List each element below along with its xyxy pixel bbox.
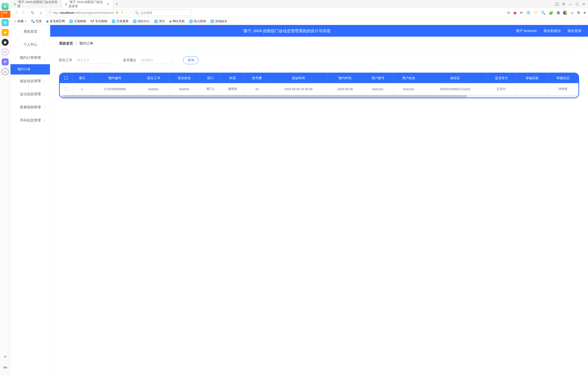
vue-icon: V — [65, 2, 67, 6]
menu-order-sub[interactable]: 预约订单 — [10, 64, 50, 75]
menu-icon[interactable]: ≡ — [584, 11, 586, 15]
forward-button[interactable]: 〉 — [21, 10, 27, 16]
menu-drug-mgmt[interactable]: 开药信息管理 — [10, 114, 50, 127]
sun-icon[interactable]: ☼ — [570, 11, 574, 15]
url-bar[interactable]: 🛡 http://localhost:8080/springbootf1ls0/… — [46, 10, 130, 16]
bookmarks-bar: ★收藏▾ 🐾百度 ◉老毛桃官网 🌐天猫购物 🐶京东购物 🌐百度搜索 🌐轻松办公 … — [10, 18, 588, 25]
ai-icon[interactable]: Ai — [2, 49, 9, 55]
back-button[interactable]: 〈 — [13, 10, 18, 16]
mail-icon[interactable]: ✉ — [507, 11, 510, 15]
td-orderno: 1725784506890 — [92, 83, 138, 95]
pass-select[interactable]: 是否通过 ⌄ — [140, 56, 175, 64]
th-dept: 部门 — [200, 73, 221, 83]
bookmark-game[interactable]: 🌐游戏娱乐 — [210, 19, 227, 23]
menu-case-mgmt[interactable]: 患者病例管理 — [10, 101, 50, 114]
tab-active[interactable]: V "基于 JAVA 的医院门诊信息管理 ✕ — [62, 0, 113, 8]
browser-tabs: V "基于 JAVA 的医院门诊信息管理 V "基于 JAVA 的医院门诊信息管… — [10, 0, 588, 8]
bookmark-nav[interactable]: ◆网址导航 — [169, 19, 185, 23]
favorites-icon[interactable]: ★ — [2, 29, 9, 36]
lightning-icon[interactable]: ⚡ — [120, 11, 124, 15]
breadcrumb-sep-icon: ≡ — [75, 42, 77, 45]
orders-table: 索引 预约编号 医生工号 医生姓名 部门 科室 挂号费 就诊时间 预约时间 用户… — [60, 73, 578, 95]
close-window-icon[interactable]: ✕ — [582, 2, 585, 6]
exit-front-link[interactable]: 退出到前台 — [543, 29, 561, 33]
bookmark-baidusearch[interactable]: 🌐百度搜索 — [112, 19, 129, 23]
reload-button[interactable]: ↻ — [30, 10, 35, 16]
scrollbar-thumb[interactable] — [63, 95, 467, 97]
window-count-badge[interactable]: 2 — [555, 3, 559, 6]
logout-link[interactable]: 退出登录 — [567, 29, 581, 33]
browser-nav-bar: 〈 〉 ↻ ⌂ 🛡 http://localhost:8080/springbo… — [10, 8, 588, 18]
table-row: 1 1725784506890 testDoc testDoc 部门1 肠胃科 … — [60, 83, 578, 95]
globe-icon: 🌐 — [189, 19, 193, 23]
chat-icon[interactable]: ☻ — [2, 39, 9, 46]
translate-icon[interactable]: 译 — [526, 10, 531, 15]
th-reservetime: 预约时间 — [327, 73, 363, 83]
grid-icon[interactable]: ⊞ — [557, 11, 560, 15]
td-docname: testDoc — [169, 83, 200, 95]
apps-icon[interactable]: ⊞ — [2, 19, 9, 26]
user-label[interactable]: 用户 testUser — [516, 29, 537, 33]
pip-icon[interactable]: ⧉ — [563, 2, 565, 6]
list-icon[interactable]: ≔ — [2, 364, 9, 371]
vue-icon: V — [14, 2, 16, 6]
bookmark-favorites[interactable]: ★收藏▾ — [14, 19, 27, 23]
home-button[interactable]: ⌂ — [38, 10, 44, 16]
td-username: testUser — [393, 83, 424, 95]
search-icon: 🔍 — [135, 11, 139, 14]
tab-label: "基于 JAVA 的医院门诊信息管理 — [17, 0, 58, 8]
menu-treat-mgmt[interactable]: 诊治信息管理 — [10, 87, 50, 101]
th-idcard: 身份证 — [424, 73, 486, 83]
bookmark-baidu[interactable]: 🐾百度 — [31, 19, 42, 23]
menu-personal[interactable]: 个人中心 — [10, 38, 50, 51]
plus-icon[interactable]: + — [2, 353, 9, 360]
minimize-icon[interactable]: — — [569, 2, 572, 6]
th-docid: 医生工号 — [138, 73, 169, 83]
bookmark-taobao[interactable]: 🌐淘宝 — [154, 19, 165, 23]
ai2-icon[interactable]: AI — [2, 58, 9, 65]
qr-icon[interactable]: 器 — [116, 11, 118, 15]
globe-icon: 🌐 — [69, 19, 73, 23]
td-fee: 10 — [244, 83, 270, 95]
bookmark-jd[interactable]: 🐶京东购物 — [90, 19, 107, 23]
tab-inactive[interactable]: V "基于 JAVA 的医院门诊信息管理 — [10, 0, 62, 8]
emoji-icon[interactable]: ☺ — [2, 68, 9, 75]
td-paid: 已支付 — [486, 83, 517, 95]
search2-icon[interactable]: 🔍 — [541, 11, 546, 15]
close-icon[interactable]: ✕ — [107, 2, 110, 6]
td-checkbox[interactable] — [60, 83, 73, 95]
td-idcard: 530624199802121818 — [424, 83, 486, 95]
breadcrumb: 系统首页 ≡ 预约订单 — [59, 41, 579, 49]
toolbar-icons: ✉ ◉ ✂ 译 🛡 🔍 🧩 ⊞ ☼ ↻ ≡ — [507, 10, 586, 15]
query-button[interactable]: 查询 — [183, 56, 199, 64]
th-username: 用户姓名 — [393, 73, 424, 83]
bookmark-laomaotao[interactable]: ◉老毛桃官网 — [46, 19, 65, 23]
weibo-icon[interactable]: ◉ — [513, 11, 517, 15]
restore-icon[interactable]: ↻ — [577, 11, 580, 15]
extension-icon[interactable]: 🧩 — [549, 11, 554, 15]
globe-icon: 🌐 — [210, 19, 214, 23]
browser-logo-icon[interactable]: e — [2, 3, 9, 10]
shield2-icon[interactable]: 🛡 — [534, 11, 538, 15]
chevron-down-icon[interactable]: ⌄ — [126, 11, 128, 15]
td-room: 肠胃科 — [221, 83, 244, 95]
doctor-id-input[interactable] — [76, 56, 111, 64]
menu-order-mgmt[interactable]: 预约订单管理 — [10, 51, 50, 64]
menu-home[interactable]: 系统首页 — [10, 25, 50, 38]
bookmark-office[interactable]: 🌐轻松办公 — [133, 19, 150, 23]
th-checkbox[interactable] — [60, 73, 73, 83]
login-badge[interactable]: 登录账号 — [0, 11, 10, 18]
td-docid: testDoc — [138, 83, 169, 95]
new-tab-button[interactable]: + — [113, 2, 120, 7]
breadcrumb-home[interactable]: 系统首页 — [59, 41, 73, 46]
bookmark-tmall[interactable]: 🌐天猫购物 — [69, 19, 86, 23]
donut-icon[interactable] — [563, 11, 567, 15]
td-status: 待审核 — [548, 83, 578, 95]
search-bar[interactable]: 🔍 点此搜索 — [133, 10, 191, 16]
menu-visit-mgmt[interactable]: 就诊信息管理 — [10, 75, 50, 87]
scissors-icon[interactable]: ✂ — [520, 11, 523, 15]
bookmark-news[interactable]: 🌐热点新闻 — [189, 19, 206, 23]
maximize-icon[interactable]: ☐ — [576, 2, 579, 6]
globe-icon: 🌐 — [154, 19, 158, 23]
horizontal-scrollbar[interactable] — [60, 95, 578, 98]
